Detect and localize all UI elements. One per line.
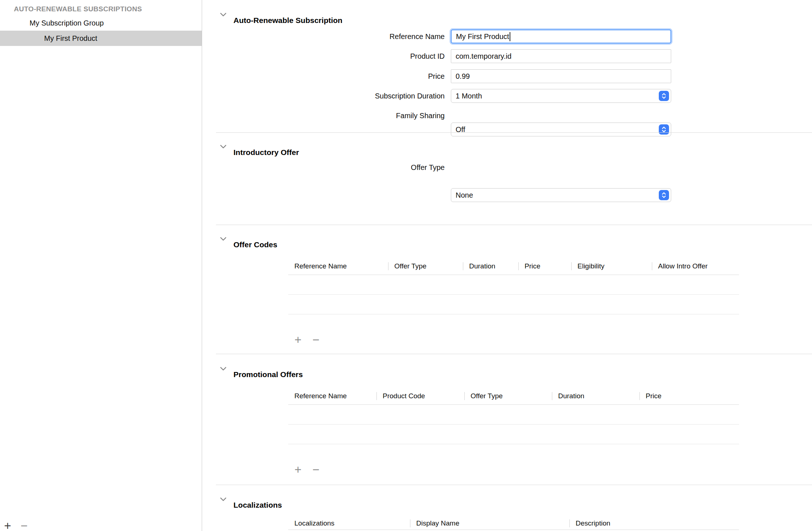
reference-name-label: Reference Name [255, 30, 445, 43]
sidebar: AUTO-RENEWABLE SUBSCRIPTIONS My Subscrip… [0, 0, 202, 531]
storekit-configuration-window: AUTO-RENEWABLE SUBSCRIPTIONS My Subscrip… [0, 0, 812, 531]
promotional-offers-table: Reference Name Product Code Offer Type D… [288, 387, 739, 444]
price-label: Price [255, 69, 445, 83]
sidebar-item-subscription-group[interactable]: My Subscription Group [0, 16, 202, 30]
popup-up-down-chevrons-icon [659, 190, 669, 200]
column-header-offer-type[interactable]: Offer Type [464, 392, 552, 400]
product-id-value: com.temporary.id [456, 52, 511, 61]
offer-codes-actions: + − [291, 333, 323, 347]
product-id-label: Product ID [255, 49, 445, 63]
offer-codes-table: Reference Name Offer Type Duration Price… [288, 257, 739, 314]
subscription-duration-popup[interactable]: 1 Month [451, 89, 671, 103]
section-title-promotional-offers: Promotional Offers [233, 369, 303, 380]
column-header-duration[interactable]: Duration [552, 392, 639, 400]
section-title-offer-codes: Offer Codes [233, 240, 277, 250]
sidebar-group-header: AUTO-RENEWABLE SUBSCRIPTIONS [14, 5, 142, 13]
sidebar-item-label: My First Product [44, 34, 97, 42]
price-value: 0.99 [456, 72, 470, 81]
family-sharing-label: Family Sharing [255, 109, 445, 123]
column-header-reference-name[interactable]: Reference Name [288, 262, 388, 270]
column-header-price[interactable]: Price [639, 392, 739, 400]
add-promotional-offer-button[interactable]: + [291, 462, 305, 477]
section-divider [216, 485, 812, 485]
sidebar-divider [202, 0, 202, 531]
column-header-eligibility[interactable]: Eligibility [571, 262, 652, 270]
empty-table-row [288, 405, 739, 425]
localizations-table: Localizations Display Name Description [288, 517, 739, 530]
remove-offer-code-button[interactable]: − [309, 333, 323, 347]
column-header-reference-name[interactable]: Reference Name [288, 392, 376, 400]
offer-codes-disclosure-chevron-icon[interactable] [220, 236, 227, 241]
sidebar-remove-button[interactable]: − [18, 519, 30, 531]
reference-name-input[interactable]: My First Product [451, 30, 671, 43]
reference-name-value: My First Product [456, 32, 509, 41]
popup-up-down-chevrons-icon [659, 91, 669, 101]
remove-promotional-offer-button[interactable]: − [309, 462, 323, 477]
add-offer-code-button[interactable]: + [291, 333, 305, 347]
price-input[interactable]: 0.99 [451, 69, 671, 83]
subscription-duration-value: 1 Month [456, 92, 482, 100]
popup-up-down-chevrons-icon [659, 124, 669, 135]
promotional-offers-actions: + − [291, 462, 323, 477]
section-title-auto-renewable-subscription: Auto-Renewable Subscription [233, 15, 343, 26]
column-header-allow-intro-offer[interactable]: Allow Intro Offer [652, 262, 739, 270]
section-title-localizations: Localizations [233, 500, 282, 510]
introductory-offer-disclosure-chevron-icon[interactable] [220, 144, 227, 149]
sidebar-item-my-first-product[interactable]: My First Product [0, 31, 202, 46]
empty-table-row [288, 425, 739, 444]
column-header-offer-type[interactable]: Offer Type [388, 262, 463, 270]
section-divider [216, 132, 812, 133]
offer-type-popup[interactable]: None [451, 188, 671, 202]
section-title-introductory-offer: Introductory Offer [233, 147, 299, 158]
text-cursor [510, 32, 510, 41]
offer-type-label: Offer Type [255, 160, 445, 174]
column-header-localizations[interactable]: Localizations [288, 519, 410, 527]
localizations-header-row: Localizations Display Name Description [288, 517, 739, 530]
sidebar-item-label: My Subscription Group [30, 19, 104, 27]
promotional-offers-header-row: Reference Name Product Code Offer Type D… [288, 387, 739, 405]
product-id-input[interactable]: com.temporary.id [451, 49, 671, 63]
sidebar-add-button[interactable]: + [1, 519, 14, 531]
promotional-offers-disclosure-chevron-icon[interactable] [220, 366, 227, 371]
empty-table-row [288, 275, 739, 295]
column-header-product-code[interactable]: Product Code [376, 392, 464, 400]
family-sharing-popup[interactable]: Off [451, 123, 671, 136]
column-header-price[interactable]: Price [518, 262, 571, 270]
section-divider [216, 354, 812, 354]
localizations-disclosure-chevron-icon[interactable] [220, 497, 227, 502]
section-divider [216, 225, 812, 225]
subscription-duration-label: Subscription Duration [255, 89, 445, 103]
offer-type-value: None [456, 191, 473, 199]
column-header-duration[interactable]: Duration [463, 262, 518, 270]
column-header-description[interactable]: Description [569, 519, 739, 527]
empty-table-row [288, 295, 739, 314]
offer-codes-header-row: Reference Name Offer Type Duration Price… [288, 257, 739, 275]
auto-renewable-subscription-disclosure-chevron-icon[interactable] [220, 12, 227, 17]
column-header-display-name[interactable]: Display Name [410, 519, 569, 527]
